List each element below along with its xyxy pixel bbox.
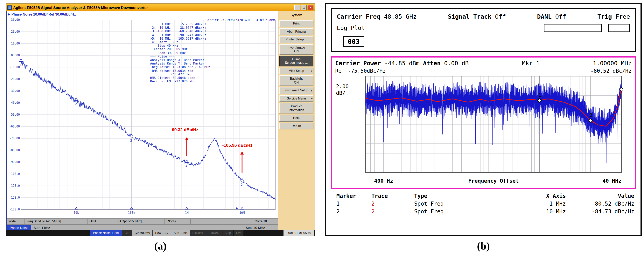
header-field-carrier-freq: Carrier Freq 48.85 GHz <box>337 13 417 20</box>
window-icon <box>8 5 12 9</box>
spectrum-analyzer-screen: Carrier Freq 48.85 GHzSignal Track OffDA… <box>325 3 642 236</box>
svg-text:-100.0: -100.0 <box>9 172 20 176</box>
carrier-power-readout: Carrier Power -44.85 dBm Atten 0.00 dB <box>335 60 468 67</box>
svg-text:-70.00: -70.00 <box>9 137 20 140</box>
active-trace-icon: ▶ <box>8 13 10 16</box>
svg-text:-90.00: -90.00 <box>9 160 20 164</box>
svg-text:-30.00: -30.00 <box>9 89 20 93</box>
caption-a: (a) <box>6 240 315 252</box>
table-row-0-x: 1 MHz <box>502 200 566 208</box>
table-row-0-value: -80.52 dBc/Hz <box>566 200 634 208</box>
menu-item-help[interactable]: Help <box>279 115 314 121</box>
svg-text:5: 5 <box>241 183 243 186</box>
header-field-trig: Trig Free <box>597 13 630 20</box>
table-header-marker: Marker <box>332 192 368 200</box>
svg-text:-10.00: -10.00 <box>9 65 20 69</box>
status-phase-noise-hold: Phase Noise: Hold <box>90 230 122 236</box>
svg-text:10.00: 10.00 <box>11 42 20 45</box>
menu-item-product[interactable]: ProductInformation <box>279 103 314 113</box>
table-row-0-marker: 1 <box>332 200 368 208</box>
svg-text:1: 1 <box>538 92 541 98</box>
table-row-1-x: 10 MHz <box>502 208 566 215</box>
header-entry-boxes <box>544 24 630 32</box>
sa-header-box: Carrier Freq 48.85 GHzSignal Track OffDA… <box>331 8 636 52</box>
status-extref2: ExtRef2 <box>206 230 222 236</box>
menu-item-abort-printing[interactable]: Abort Printing <box>279 28 314 35</box>
status-attn-10db: Attn 10dB <box>171 230 190 236</box>
window-title: Agilent E5052B Signal Source Analyzer & … <box>13 5 293 9</box>
svg-text:2: 2 <box>590 112 593 118</box>
status-stop: Stop <box>222 230 233 236</box>
svg-text:4: 4 <box>186 164 188 168</box>
menu-item-invert-image[interactable]: Invert ImageON <box>279 44 314 55</box>
svg-text:-40.00: -40.00 <box>9 101 20 105</box>
menu-item-backlight[interactable]: BacklightON <box>279 75 314 86</box>
minimize-button[interactable]: _ <box>294 5 300 10</box>
close-button[interactable]: ✕ <box>308 5 314 10</box>
table-row-1-marker: 2 <box>332 208 368 215</box>
carrier-readout: Carrier 25.199846470 GHz-4.8936 dBm <box>202 18 275 22</box>
menu-item-misc-setup[interactable]: Misc Setup▸ <box>279 67 314 74</box>
menu-item-return[interactable]: Return <box>279 123 314 129</box>
carrier-power-value: -4.8936 dBm <box>254 18 275 22</box>
svg-text:-60.00: -60.00 <box>9 125 20 128</box>
marker-table: MarkerTraceTypeX AxisValue12Spot Freq1 M… <box>332 192 634 215</box>
svg-text:0.000: 0.000 <box>11 54 20 57</box>
figure: Agilent E5052B Signal Source Analyzer & … <box>0 0 644 260</box>
menu-item-service-menu[interactable]: Service Menu▸ <box>279 95 314 102</box>
carrier-freq-value: Carrier 25.199846470 GHz <box>206 18 250 22</box>
menu-header: System <box>279 11 314 19</box>
phase-noise-plot: 30.0020.0010.000.000-10.00-20.00-30.00-4… <box>7 17 278 219</box>
scale-per-div-label: 2.00 dB/ <box>336 83 349 96</box>
marker-freq: 1.00000 MHz <box>593 60 632 67</box>
settings-segment-freq-band-9g-26-5ghz: Freq Band [9G-26.5GHz] <box>25 219 88 224</box>
settings-segment-lo-opt-150khz: LO Opt [>150kHz] <box>115 219 165 224</box>
caption-b: (b) <box>325 240 642 252</box>
svg-text:-120.0: -120.0 <box>9 196 20 199</box>
analyzer-window: Agilent E5052B Signal Source Analyzer & … <box>6 3 315 236</box>
settings-segment-corre-10: Corre 10 <box>253 219 278 224</box>
svg-text:Frequency Offset: Frequency Offset <box>468 178 519 184</box>
status-svc: Svc <box>234 230 244 236</box>
header-field-danl: DANL Off <box>537 13 566 20</box>
window-titlebar[interactable]: Agilent E5052B Signal Source Analyzer & … <box>6 3 314 11</box>
svg-text:10k: 10k <box>74 211 79 215</box>
sa-header-line: Carrier Freq 48.85 GHzSignal Track OffDA… <box>337 13 630 20</box>
menu-item-instrument-setup[interactable]: Instrument Setup▸ <box>279 87 314 94</box>
menu-item-print[interactable]: Print <box>279 20 314 27</box>
header-field-signal-track: Signal Track Off <box>448 13 506 20</box>
softkey-menu: System PrintAbort PrintingPrinter Setup … <box>278 11 314 230</box>
plot-header-row: Carrier Power -44.85 dBm Atten 0.00 dB M… <box>335 60 632 67</box>
svg-text:400 Hz: 400 Hz <box>374 178 393 184</box>
status-pow-1-2v: Pow 1.2V <box>153 230 171 236</box>
svg-text:-90.32 dBc/Hz: -90.32 dBc/Hz <box>170 127 198 132</box>
trace-scale-header: ▶ Phase Noise 10.00dB/ Ref 30.00dBc/Hz <box>7 11 278 17</box>
menu-item-dump[interactable]: DumpScreen Image ... <box>279 56 314 66</box>
svg-text:3: 3 <box>130 139 132 142</box>
submenu-arrow-icon: ▸ <box>311 69 313 73</box>
log-plot-label: Log Plot <box>337 24 365 31</box>
menu-items: PrintAbort PrintingPrinter Setup ...Inve… <box>279 19 314 131</box>
svg-text:-110.0: -110.0 <box>9 184 20 188</box>
status-2001-01-01-05-49: 2001-01-01 05:49 <box>284 230 314 236</box>
status-cor: Cor <box>122 230 132 236</box>
marker-value: -80.52 dBc/Hz <box>590 68 632 74</box>
svg-text:-105.96 dBc/Hz: -105.96 dBc/Hz <box>222 143 252 148</box>
svg-text:-50.00: -50.00 <box>9 113 20 116</box>
svg-text:-80.00: -80.00 <box>9 148 20 152</box>
entry-box-1 <box>544 24 602 32</box>
ref-level-label: Ref -75.50dBc/Hz <box>335 68 386 74</box>
svg-text:2: 2 <box>75 102 77 106</box>
table-header-trace: Trace <box>368 192 410 200</box>
window-controls: _ □ ✕ <box>294 5 314 10</box>
table-row-1-trace: 2 <box>368 208 410 215</box>
table-row-0-trace: 2 <box>368 200 410 208</box>
status-extref1: ExtRef1 <box>190 230 206 236</box>
svg-text:20.00: 20.00 <box>11 30 20 33</box>
marker-label: Mkr 1 <box>522 60 540 67</box>
menu-item-printer-setup[interactable]: Printer Setup ... <box>279 36 314 43</box>
svg-text:1M: 1M <box>185 211 188 215</box>
trace-number-box: 003 <box>343 36 364 47</box>
status-bar: Phase Noise: HoldCorCtrl 600mVPow 1.2VAt… <box>6 230 314 236</box>
maximize-button[interactable]: □ <box>301 5 307 10</box>
